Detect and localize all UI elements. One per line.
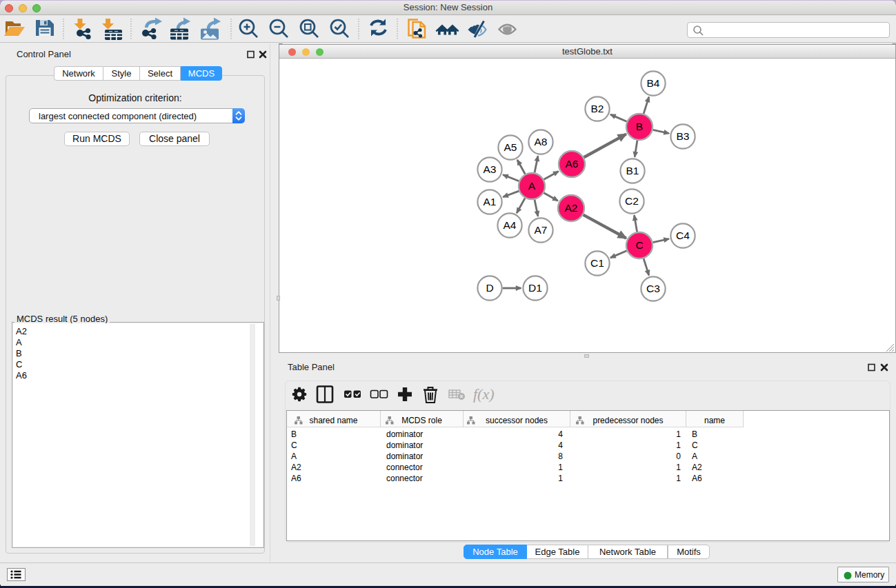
svg-text:A2: A2 (565, 202, 578, 214)
svg-text:B2: B2 (591, 103, 604, 114)
svg-text:C3: C3 (646, 283, 660, 294)
svg-text:A1: A1 (484, 196, 497, 207)
svg-text:C2: C2 (625, 195, 639, 207)
svg-text:C4: C4 (676, 230, 690, 241)
svg-text:A7: A7 (535, 224, 548, 236)
svg-text:A3: A3 (484, 163, 497, 175)
svg-text:A: A (528, 180, 536, 192)
svg-text:f(x): f(x) (473, 385, 495, 403)
svg-text:B4: B4 (647, 77, 660, 89)
svg-text:D: D (486, 282, 493, 294)
svg-text:A6: A6 (566, 158, 579, 170)
svg-text:D1: D1 (528, 282, 542, 294)
svg-text:C1: C1 (590, 257, 604, 269)
svg-text:A8: A8 (535, 136, 548, 148)
svg-text:A5: A5 (504, 141, 517, 153)
svg-text:B1: B1 (626, 165, 639, 176)
svg-text:A4: A4 (504, 219, 517, 231)
svg-text:B: B (636, 121, 643, 132)
svg-text:C: C (635, 239, 643, 251)
svg-text:B3: B3 (677, 130, 690, 142)
